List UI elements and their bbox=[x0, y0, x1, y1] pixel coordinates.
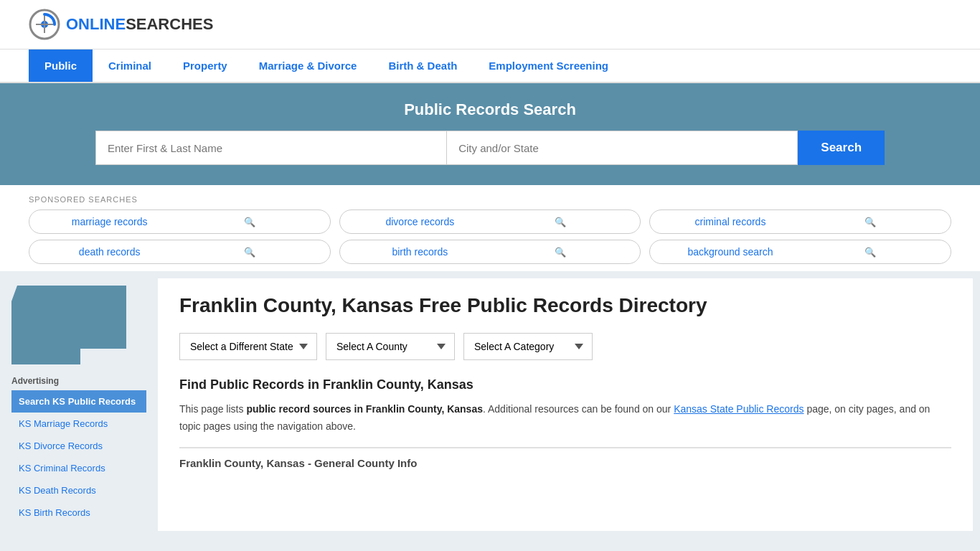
sponsored-birth-records[interactable]: birth records 🔍 bbox=[339, 240, 641, 264]
sidebar-link-ks-death[interactable]: KS Death Records bbox=[11, 479, 146, 501]
sponsored-background-search[interactable]: background search 🔍 bbox=[649, 240, 951, 264]
sponsored-background-label: background search bbox=[660, 246, 800, 258]
sponsored-death-label: death records bbox=[39, 246, 179, 258]
sponsored-criminal-label: criminal records bbox=[660, 216, 800, 227]
hero-title: Public Records Search bbox=[29, 100, 951, 119]
location-input[interactable] bbox=[446, 131, 798, 165]
sponsored-label: SPONSORED SEARCHES bbox=[29, 195, 951, 204]
sidebar-link-ks-divorce[interactable]: KS Divorce Records bbox=[11, 435, 146, 457]
sidebar-link-ks-birth[interactable]: KS Birth Records bbox=[11, 501, 146, 524]
category-dropdown[interactable]: Select A Category bbox=[463, 333, 593, 360]
search-icon-3: 🔍 bbox=[801, 217, 941, 227]
desc-part2: . Additional resources can be found on o… bbox=[483, 403, 674, 415]
sponsored-divorce-label: divorce records bbox=[350, 216, 490, 227]
sidebar-link-ks-marriage[interactable]: KS Marriage Records bbox=[11, 413, 146, 435]
state-dropdown[interactable]: Select a Different State bbox=[179, 333, 317, 360]
nav-criminal[interactable]: Criminal bbox=[93, 50, 167, 82]
nav-marriage-divorce[interactable]: Marriage & Divorce bbox=[243, 50, 373, 82]
navigation: Public Criminal Property Marriage & Divo… bbox=[0, 50, 980, 83]
sidebar-link-ks-public[interactable]: Search KS Public Records bbox=[11, 390, 146, 413]
nav-birth-death[interactable]: Birth & Death bbox=[372, 50, 473, 82]
sponsored-divorce-records[interactable]: divorce records 🔍 bbox=[339, 209, 641, 234]
search-bar: Search bbox=[95, 131, 885, 165]
kansas-map-shape bbox=[11, 286, 126, 364]
search-icon-4: 🔍 bbox=[179, 247, 319, 258]
logo-text: ONLINESEARCHES bbox=[66, 15, 213, 34]
desc-part1: This page lists bbox=[179, 403, 246, 415]
name-input[interactable] bbox=[95, 131, 446, 165]
main-content: Advertising Search KS Public Records KS … bbox=[0, 271, 980, 538]
header: ONLINESEARCHES bbox=[0, 0, 980, 50]
sponsored-marriage-records[interactable]: marriage records 🔍 bbox=[29, 209, 331, 234]
nav-property[interactable]: Property bbox=[167, 50, 243, 82]
sponsored-grid: marriage records 🔍 divorce records 🔍 cri… bbox=[29, 209, 951, 264]
search-button[interactable]: Search bbox=[798, 131, 885, 165]
sponsored-birth-label: birth records bbox=[350, 246, 490, 258]
sidebar-link-ks-criminal[interactable]: KS Criminal Records bbox=[11, 457, 146, 479]
search-icon-5: 🔍 bbox=[490, 247, 630, 258]
sponsored-marriage-label: marriage records bbox=[39, 216, 179, 227]
sponsored-section: SPONSORED SEARCHES marriage records 🔍 di… bbox=[0, 185, 980, 271]
sponsored-death-records[interactable]: death records 🔍 bbox=[29, 240, 331, 264]
hero-section: Public Records Search Search bbox=[0, 83, 980, 185]
sponsored-criminal-records[interactable]: criminal records 🔍 bbox=[649, 209, 951, 234]
sidebar-ad-label: Advertising bbox=[11, 376, 146, 386]
search-icon-2: 🔍 bbox=[490, 217, 630, 227]
logo-area: ONLINESEARCHES bbox=[29, 9, 213, 40]
find-records-title: Find Public Records in Franklin County, … bbox=[179, 377, 951, 392]
general-info-title: Franklin County, Kansas - General County… bbox=[179, 448, 951, 469]
desc-bold: public record sources in Franklin County… bbox=[246, 403, 483, 415]
county-dropdown[interactable]: Select A County bbox=[326, 333, 455, 360]
search-icon-6: 🔍 bbox=[801, 247, 941, 258]
dropdown-row: Select a Different State Select A County… bbox=[179, 333, 951, 360]
logo-icon bbox=[29, 9, 60, 40]
desc-link[interactable]: Kansas State Public Records bbox=[674, 403, 804, 415]
logo-online: ONLINE bbox=[66, 15, 126, 33]
directory-content: Franklin County, Kansas Free Public Reco… bbox=[158, 278, 973, 531]
nav-employment[interactable]: Employment Screening bbox=[473, 50, 624, 82]
logo-searches: SEARCHES bbox=[126, 15, 213, 33]
description-text: This page lists public record sources in… bbox=[179, 401, 951, 435]
sidebar: Advertising Search KS Public Records KS … bbox=[0, 271, 158, 538]
nav-public[interactable]: Public bbox=[29, 50, 93, 82]
page-title: Franklin County, Kansas Free Public Reco… bbox=[179, 293, 951, 319]
search-icon-1: 🔍 bbox=[179, 217, 319, 227]
